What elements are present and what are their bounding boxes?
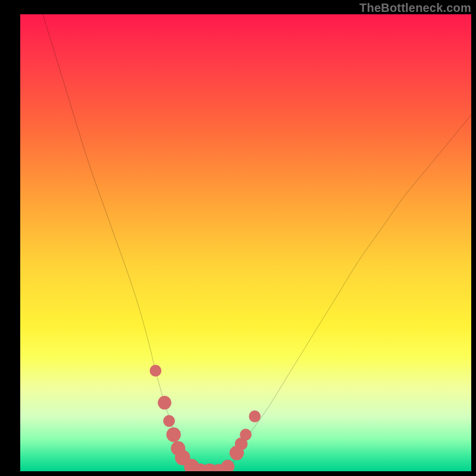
plot-area bbox=[20, 14, 471, 471]
bottleneck-curve bbox=[43, 14, 471, 471]
chart-frame: TheBottleneck.com bbox=[0, 0, 476, 476]
marker-dot bbox=[240, 429, 252, 441]
marker-group bbox=[150, 365, 261, 471]
marker-dot bbox=[150, 365, 162, 377]
marker-dot bbox=[163, 415, 175, 427]
marker-dot bbox=[167, 427, 181, 442]
watermark-text: TheBottleneck.com bbox=[359, 1, 471, 15]
marker-dot bbox=[158, 396, 171, 409]
marker-dot bbox=[221, 460, 234, 471]
chart-svg bbox=[20, 14, 471, 471]
marker-dot bbox=[249, 411, 261, 422]
